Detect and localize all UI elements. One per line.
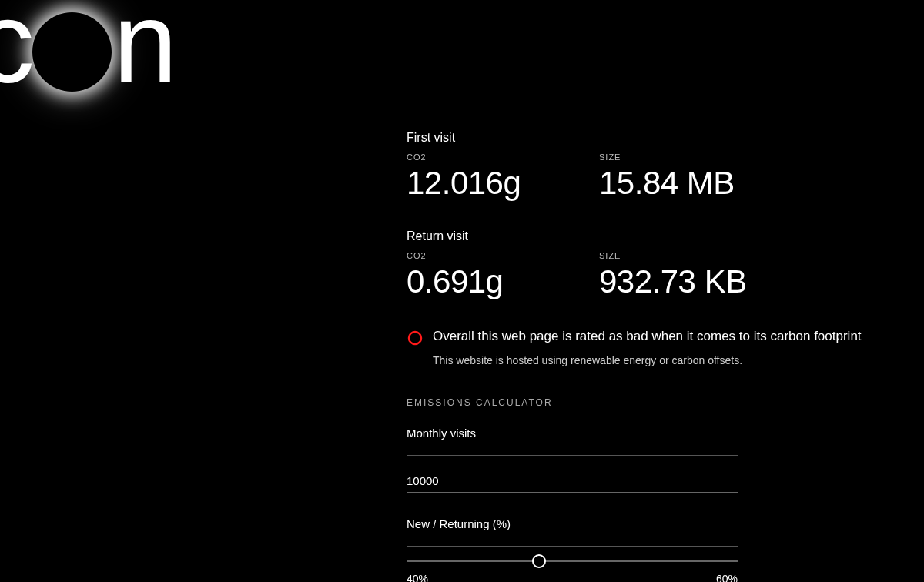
return-visit-size-value: 932.73 KB [599,263,747,300]
co2-label: CO2 [407,152,553,162]
co2-label: CO2 [407,251,553,260]
first-visit-size: SIZE 15.84 MB [599,152,735,202]
slider-right-label: 60% [716,573,738,582]
divider [407,546,738,547]
return-visit-co2-value: 0.691g [407,263,553,300]
hosting-note: This website is hosted using renewable e… [433,354,884,366]
logo-letter-n: n [113,0,173,100]
return-visit-heading: Return visit [407,229,884,243]
report-panel: First visit CO2 12.016g SIZE 15.84 MB Re… [407,131,884,582]
size-label: SIZE [599,251,747,260]
slider-thumb[interactable] [532,554,546,568]
rating-row: Overall this web page is rated as bad wh… [407,328,884,346]
return-visit-metrics: CO2 0.691g SIZE 932.73 KB [407,251,884,300]
return-visit-size: SIZE 932.73 KB [599,251,747,300]
first-visit-co2: CO2 12.016g [407,152,553,202]
first-visit-metrics: CO2 12.016g SIZE 15.84 MB [407,152,884,202]
slider-left-label: 40% [407,573,428,582]
rating-text: Overall this web page is rated as bad wh… [433,328,862,346]
ratio-slider[interactable] [407,560,738,562]
monthly-visits-label: Monthly visits [407,426,884,440]
ratio-label: New / Returning (%) [407,517,884,530]
return-visit-co2: CO2 0.691g [407,251,553,300]
size-label: SIZE [599,152,735,162]
first-visit-heading: First visit [407,131,884,145]
first-visit-size-value: 15.84 MB [599,165,735,202]
brand-logo: cn [0,0,173,100]
divider [407,455,738,456]
calculator-title: EMISSIONS CALCULATOR [407,397,884,408]
eclipse-o-icon [32,12,112,92]
first-visit-co2-value: 12.016g [407,165,553,202]
svg-point-0 [409,332,421,344]
monthly-visits-input[interactable] [407,470,738,493]
slider-labels: 40% 60% [407,573,738,582]
rating-bad-icon [407,329,424,346]
slider-track [407,560,738,562]
logo-letter-c: c [0,0,31,100]
